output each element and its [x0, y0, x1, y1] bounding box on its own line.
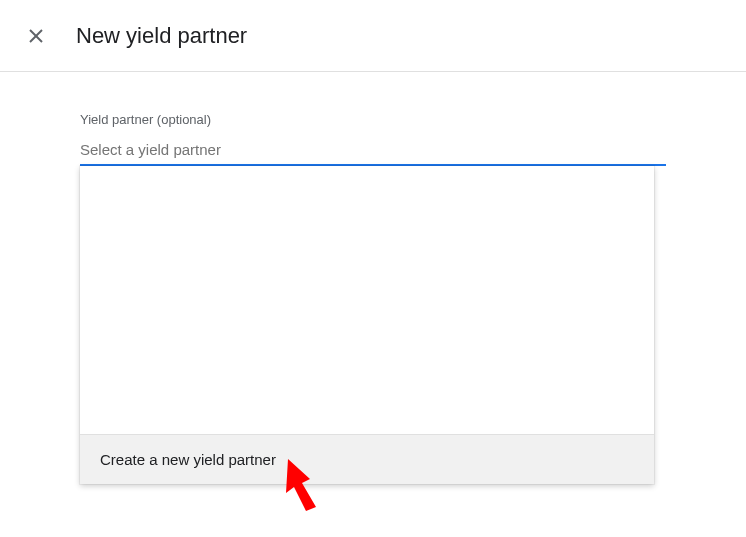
form-content: Yield partner (optional) Create a new yi… — [0, 72, 746, 166]
yield-partner-dropdown: Create a new yield partner — [80, 166, 654, 484]
yield-partner-select[interactable] — [80, 137, 666, 166]
dialog-header: New yield partner — [0, 0, 746, 72]
close-icon[interactable] — [24, 24, 48, 48]
create-new-yield-partner-button[interactable]: Create a new yield partner — [80, 434, 654, 484]
yield-partner-label: Yield partner (optional) — [80, 112, 666, 127]
dropdown-option-list[interactable] — [80, 166, 654, 434]
yield-partner-select-wrap: Create a new yield partner — [80, 137, 666, 166]
page-title: New yield partner — [76, 23, 247, 49]
